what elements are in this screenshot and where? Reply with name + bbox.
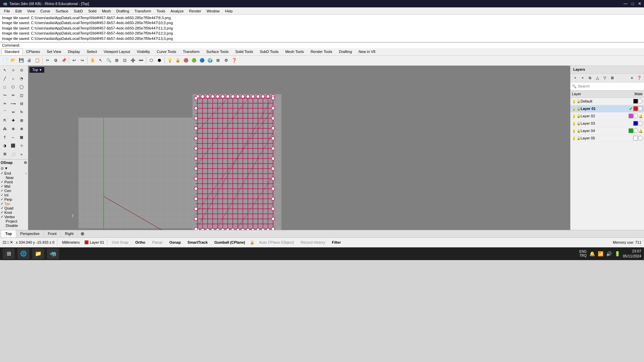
status-record-history[interactable]: Record History: [299, 240, 327, 245]
mesh-tool[interactable]: ⊹: [17, 142, 25, 150]
layer-default-color[interactable]: [633, 99, 638, 104]
explorer-btn[interactable]: 📁: [32, 248, 44, 259]
solid-tool[interactable]: ⬛: [9, 142, 17, 150]
dim-tool[interactable]: ↔: [9, 133, 17, 141]
env-icon[interactable]: 🔵: [198, 57, 206, 64]
pan-icon[interactable]: ✋: [89, 57, 96, 64]
menu-view[interactable]: View: [24, 8, 38, 14]
command-input-line[interactable]: Command:: [0, 42, 644, 48]
tab-set-view[interactable]: Set View: [44, 49, 64, 55]
layer-03-name[interactable]: Layer 03: [581, 121, 633, 125]
add-layer-btn[interactable]: +: [572, 74, 579, 81]
select-icon[interactable]: ↖: [97, 57, 104, 64]
more-tool[interactable]: »: [17, 150, 25, 158]
scene-viewport[interactable]: y x: [28, 66, 570, 230]
osnap-cen-label[interactable]: Cen: [4, 189, 11, 193]
status-gumball[interactable]: Gumball (CPlane): [212, 240, 247, 245]
scale-tool[interactable]: ⇱: [1, 117, 9, 125]
extend-tool[interactable]: ⟶: [9, 100, 17, 108]
layer-04-name[interactable]: Layer 04: [581, 129, 629, 133]
osnap-point-label[interactable]: Point: [4, 180, 13, 184]
osnap-disable-label[interactable]: Disable: [6, 224, 18, 228]
array-tool[interactable]: ⊞: [17, 117, 25, 125]
circle-tool[interactable]: ○: [9, 75, 17, 83]
menu-curve[interactable]: Curve: [38, 8, 53, 14]
open-icon[interactable]: 📂: [9, 57, 17, 64]
polygon-tool[interactable]: ⬡: [9, 83, 17, 91]
layer-row-05[interactable]: 💡 🔓 Layer 05: [571, 135, 644, 142]
settings-icon[interactable]: ⚙: [222, 57, 230, 64]
menu-mesh[interactable]: Mesh: [99, 8, 114, 14]
layer-02-name[interactable]: Layer 02: [581, 114, 629, 118]
layer-03-lock[interactable]: 🔓: [577, 122, 581, 125]
layer-04-mat[interactable]: [633, 128, 638, 133]
layer-04-lock[interactable]: 🔓: [577, 129, 581, 133]
rotate-tool[interactable]: ↻: [17, 108, 25, 116]
ellipse-tool[interactable]: ◯: [17, 83, 25, 91]
osnap-end-label[interactable]: End: [4, 171, 11, 175]
viewport-label[interactable]: Top ▾: [30, 67, 44, 73]
status-auto-cplane[interactable]: Auto CPlane (Object): [257, 240, 296, 245]
move-down-btn[interactable]: ▽: [601, 74, 608, 81]
surface-tool[interactable]: ◫: [17, 92, 25, 100]
layer-01-color[interactable]: [633, 106, 638, 111]
layer-03-mat[interactable]: [638, 121, 643, 126]
keyboard-layout[interactable]: ENGTRQ: [579, 250, 587, 258]
move-tool[interactable]: ✚: [9, 117, 17, 125]
layer-default-mat[interactable]: [638, 99, 643, 104]
tab-new-in-v8[interactable]: New in V8: [356, 49, 378, 55]
start-button[interactable]: ⊞: [3, 248, 15, 259]
fillet-tool[interactable]: ⌒: [1, 108, 9, 116]
layer-default-name[interactable]: Default: [581, 99, 633, 103]
status-smarttrack[interactable]: SmartTrack: [185, 240, 210, 245]
tab-select[interactable]: Select: [84, 49, 100, 55]
tab-subd-tools[interactable]: SubD Tools: [257, 49, 281, 55]
layer-01-name[interactable]: Layer 01: [581, 107, 629, 111]
maximize-button[interactable]: □: [632, 1, 634, 6]
rhino-taskbar-btn[interactable]: 🦏: [47, 248, 59, 259]
boolean-tool[interactable]: ◑: [1, 142, 9, 150]
viewport[interactable]: Top ▾: [28, 66, 570, 230]
layer-filter-btn[interactable]: ≡: [629, 74, 635, 81]
menu-drafting[interactable]: Drafting: [114, 8, 132, 14]
select-tool[interactable]: ↖: [1, 66, 9, 74]
vp-tab-perspective[interactable]: Perspective: [16, 230, 44, 237]
render-color-icon[interactable]: 🟢: [190, 57, 198, 64]
tab-cplanes[interactable]: CPlanes: [23, 49, 43, 55]
menu-window[interactable]: Window: [204, 8, 222, 14]
mirror-tool[interactable]: ⇔: [9, 108, 17, 116]
zoom-in-icon[interactable]: ➕: [129, 57, 137, 64]
menu-help[interactable]: Help: [222, 8, 235, 14]
layer-row-default[interactable]: 💡 🔓 Default: [571, 98, 644, 105]
layer-02-color[interactable]: [629, 114, 633, 118]
status-osnap[interactable]: Osnap: [167, 240, 183, 245]
freeform-tool[interactable]: ✏: [9, 92, 17, 100]
layer-04-color[interactable]: [629, 128, 633, 133]
layer-default-light[interactable]: 💡: [572, 100, 576, 103]
osnap-perp-label[interactable]: Perp: [4, 197, 12, 201]
osnap-project-label[interactable]: Project: [6, 219, 17, 223]
hatch-tool[interactable]: ▦: [17, 133, 25, 141]
vp-tab-front[interactable]: Front: [44, 230, 61, 237]
osnap-end-more[interactable]: »: [25, 171, 27, 175]
tab-render-tools[interactable]: Render Tools: [308, 49, 335, 55]
layer-05-name[interactable]: Layer 05: [581, 136, 633, 140]
menu-file[interactable]: File: [1, 8, 13, 14]
paste-icon[interactable]: 📌: [60, 57, 67, 64]
layer-settings-btn[interactable]: ❓: [636, 74, 643, 81]
zoom-selected-icon[interactable]: ⊡: [121, 57, 128, 64]
layer-05-mat[interactable]: [638, 136, 643, 140]
tab-mesh-tools[interactable]: Mesh Tools: [282, 49, 307, 55]
status-ortho[interactable]: Ortho: [133, 240, 147, 245]
layer-default-lock[interactable]: 🔓: [577, 100, 581, 103]
osnap-knot-label[interactable]: Knot: [4, 210, 12, 215]
menu-transform[interactable]: Transform: [132, 8, 154, 14]
osnap-settings-icon[interactable]: ⚙: [24, 161, 27, 165]
osnap-quad-label[interactable]: Quad: [4, 206, 13, 210]
osnap-filter-icon[interactable]: ▼: [4, 166, 8, 171]
copy-layer-btn[interactable]: ⧉: [587, 74, 593, 81]
tab-drafting[interactable]: Drafting: [336, 49, 355, 55]
layer-04-light[interactable]: 💡: [572, 129, 576, 133]
osnap-all-icon[interactable]: ⊙: [1, 166, 4, 171]
sort-btn[interactable]: ⊞: [609, 74, 615, 81]
